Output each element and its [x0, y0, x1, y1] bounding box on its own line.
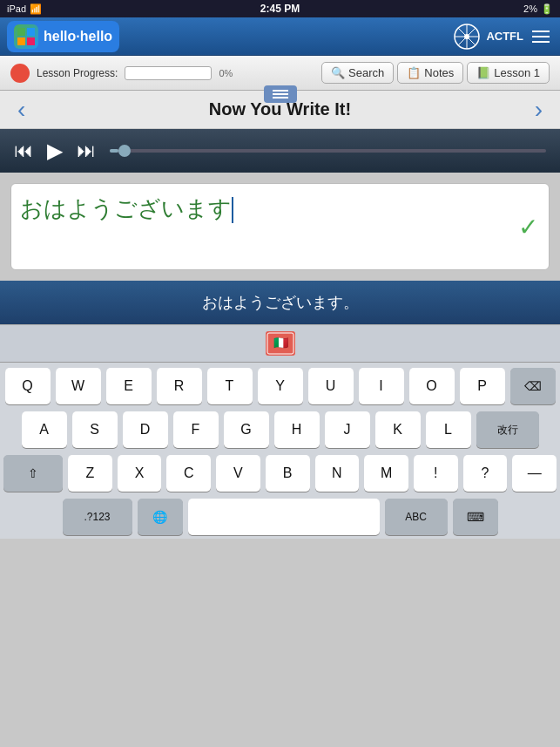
key-d[interactable]: D — [123, 411, 168, 448]
audio-progress-fill — [110, 149, 118, 153]
lesson-progress: Lesson Progress: 0% — [10, 64, 314, 83]
text-input-area[interactable]: おはようございます ✓ — [10, 183, 550, 270]
number-key[interactable]: .?123 — [63, 499, 132, 535]
notes-icon: 📋 — [407, 66, 421, 79]
notes-button[interactable]: 📋 Notes — [397, 62, 463, 84]
return-key[interactable]: 改行 — [476, 411, 539, 448]
key-p[interactable]: P — [460, 368, 505, 404]
key-y[interactable]: Y — [258, 368, 303, 404]
search-icon: 🔍 — [331, 66, 345, 79]
key-k[interactable]: K — [375, 411, 421, 448]
space-key[interactable] — [188, 499, 380, 535]
key-i[interactable]: I — [359, 368, 404, 404]
key-r[interactable]: R — [157, 368, 202, 404]
keyboard: Q W E R T Y U I O P ⌫ A S D F G H J K L … — [0, 363, 560, 539]
key-b[interactable]: B — [266, 455, 310, 492]
key-l[interactable]: L — [426, 411, 471, 448]
audio-progress-thumb — [118, 145, 131, 157]
prev-arrow[interactable]: ‹ — [17, 98, 25, 122]
japanese-text: おはようございます — [20, 193, 540, 224]
key-h[interactable]: H — [274, 411, 320, 448]
keyboard-dismiss-key[interactable]: ⌨ — [453, 499, 498, 535]
progress-label: Lesson Progress: — [37, 67, 118, 79]
key-x[interactable]: X — [118, 455, 162, 492]
play-button[interactable]: ▶ — [47, 139, 63, 163]
logo[interactable]: hello·hello — [7, 21, 119, 52]
key-w[interactable]: W — [56, 368, 101, 404]
status-right: 2% 🔋 — [523, 3, 553, 15]
key-e[interactable]: E — [106, 368, 152, 404]
key-t[interactable]: T — [207, 368, 253, 404]
keyboard-row-3: ⇧ Z X C V B N M ! ? — — [3, 455, 557, 492]
actfl-wheel-icon — [453, 23, 481, 51]
key-o[interactable]: O — [409, 368, 455, 404]
key-u[interactable]: U — [308, 368, 354, 404]
forward-button[interactable]: ⏭ — [77, 139, 96, 162]
hamburger-menu[interactable] — [264, 85, 297, 103]
translation-text: おはようございます。 — [202, 292, 359, 313]
battery-label: 2% — [523, 3, 537, 14]
logo-icon — [14, 24, 38, 49]
menu-icon[interactable] — [529, 27, 553, 46]
toolbar-buttons: 🔍 Search 📋 Notes 📗 Lesson 1 — [321, 62, 550, 84]
key-s[interactable]: S — [72, 411, 118, 448]
lesson-icon: 📗 — [476, 66, 490, 79]
key-g[interactable]: G — [224, 411, 269, 448]
shift-key[interactable]: ⇧ — [3, 455, 63, 492]
key-j[interactable]: J — [325, 411, 370, 448]
progress-percent: 0% — [219, 68, 233, 78]
top-nav: hello·hello ACTFL — [0, 17, 560, 56]
device-label: iPad — [7, 3, 26, 14]
battery-icon: 🔋 — [541, 3, 553, 15]
key-f[interactable]: F — [173, 411, 219, 448]
key-dash[interactable]: — — [512, 455, 557, 492]
lesson-label: Lesson 1 — [494, 66, 540, 79]
search-label: Search — [348, 66, 384, 79]
key-m[interactable]: M — [364, 455, 408, 492]
keyboard-row-4: .?123 🌐 ABC ⌨ — [3, 499, 557, 535]
svg-rect-0 — [17, 28, 25, 36]
audio-player: ⏮ ▶ ⏭ — [0, 129, 560, 173]
key-n[interactable]: N — [315, 455, 360, 492]
globe-key[interactable]: 🌐 — [138, 499, 183, 535]
backspace-key[interactable]: ⌫ — [510, 368, 556, 404]
wifi-icon: 📶 — [30, 3, 42, 15]
section-nav: ‹ Now You Write It! › — [0, 91, 560, 129]
logo-text: hello·hello — [44, 29, 112, 44]
next-arrow[interactable]: › — [535, 98, 543, 122]
audio-progress[interactable] — [110, 149, 546, 153]
key-c[interactable]: C — [166, 455, 211, 492]
key-q[interactable]: Q — [5, 368, 51, 404]
progress-bar — [125, 66, 212, 80]
keyboard-row-2: A S D F G H J K L 改行 — [3, 411, 557, 448]
keyboard-hint-icon: 🇮🇹 — [266, 331, 295, 356]
text-cursor — [232, 197, 233, 223]
translation-bar: おはようございます。 — [0, 281, 560, 324]
rewind-button[interactable]: ⏮ — [14, 139, 33, 162]
status-left: iPad 📶 — [7, 3, 42, 15]
search-button[interactable]: 🔍 Search — [321, 62, 394, 84]
keyboard-row-1: Q W E R T Y U I O P ⌫ — [3, 368, 557, 404]
japanese-content: おはようございます — [20, 195, 232, 221]
notes-label: Notes — [424, 66, 454, 79]
svg-text:🇮🇹: 🇮🇹 — [273, 336, 288, 350]
key-a[interactable]: A — [22, 411, 67, 448]
lesson-button[interactable]: 📗 Lesson 1 — [467, 62, 550, 84]
abc-key[interactable]: ABC — [385, 499, 448, 535]
actfl-logo: ACTFL — [453, 23, 553, 51]
actfl-text: ACTFL — [486, 30, 523, 43]
svg-rect-1 — [27, 28, 35, 36]
status-time: 2:45 PM — [260, 3, 300, 15]
keyboard-hint: 🇮🇹 — [0, 324, 560, 363]
key-exclaim[interactable]: ! — [414, 455, 458, 492]
svg-rect-3 — [27, 37, 35, 45]
status-bar: iPad 📶 2:45 PM 2% 🔋 — [0, 0, 560, 17]
svg-point-9 — [464, 34, 469, 39]
svg-rect-2 — [17, 37, 25, 45]
key-z[interactable]: Z — [68, 455, 112, 492]
key-v[interactable]: V — [216, 455, 260, 492]
record-button[interactable] — [10, 64, 30, 83]
check-icon: ✓ — [518, 213, 538, 241]
key-question[interactable]: ? — [463, 455, 508, 492]
